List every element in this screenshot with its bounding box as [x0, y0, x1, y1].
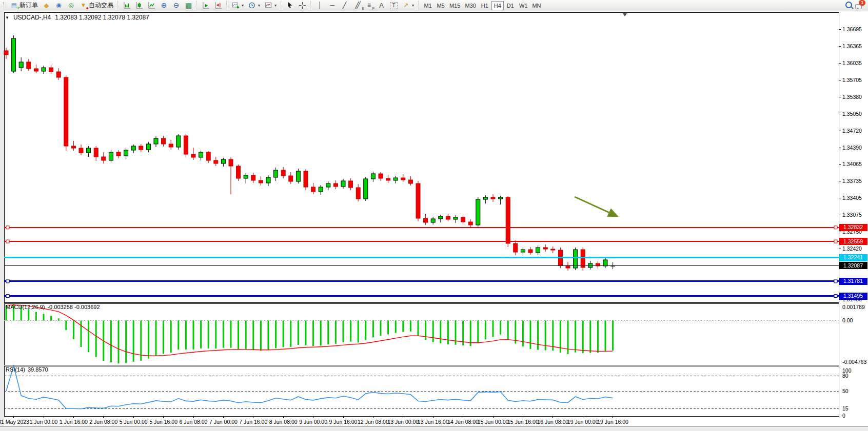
profile-button[interactable]: ◉	[53, 1, 65, 10]
profile-icon: ◉	[55, 2, 63, 9]
candle-body	[236, 166, 241, 178]
search-button[interactable]	[845, 2, 852, 10]
candle-body	[371, 174, 375, 179]
candle-body	[87, 148, 91, 153]
timeframe-m15-button[interactable]: M15	[447, 1, 462, 10]
line-handle[interactable]	[6, 226, 9, 229]
candle-body	[79, 148, 83, 153]
dropdown-caret-icon: ▾	[242, 3, 244, 8]
dropdown-caret-icon: ▾	[412, 3, 414, 8]
auto-scroll-icon	[202, 2, 210, 9]
candle-body	[424, 218, 428, 222]
zoom-out-button[interactable]: ⊖	[170, 1, 182, 10]
chart-bars-button[interactable]	[121, 1, 133, 10]
signals-button[interactable]: ◎	[65, 1, 77, 10]
price-badge-label: 1.31495	[843, 293, 863, 299]
zoom-out-icon: ⊖	[172, 2, 180, 9]
autotrading-button[interactable]: ▼● 自动交易	[77, 1, 115, 10]
chat-button[interactable]: 1	[855, 2, 864, 10]
text-label-button[interactable]: T	[388, 1, 400, 10]
new-chart-button[interactable]: ▾	[230, 1, 246, 10]
arrows-button[interactable]: ↗ ▾	[400, 1, 416, 10]
vertical-line-button[interactable]: │	[314, 1, 326, 10]
candle-body	[506, 197, 510, 243]
new-order-icon: ▤+	[10, 2, 18, 9]
line-chart-icon	[148, 2, 155, 9]
trendline-button[interactable]: ╱	[339, 1, 350, 10]
rsi-name: RSI(14)	[6, 366, 25, 373]
chart-canvas[interactable]: 1.366951.363651.360351.357051.353801.350…	[0, 11, 868, 431]
line-handle[interactable]	[6, 240, 9, 243]
line-handle[interactable]	[6, 295, 9, 298]
timeframe-m30-button[interactable]: M30	[463, 1, 478, 10]
candle-body	[408, 180, 412, 183]
indicators-template-button[interactable]: ▾	[263, 1, 279, 10]
periods-button[interactable]: ▾	[246, 1, 262, 10]
new-order-button[interactable]: ▤+ 新订单	[8, 1, 40, 10]
candle-body	[176, 136, 181, 147]
candle-body	[154, 138, 158, 144]
price-tick-label: 1.35380	[842, 94, 862, 100]
toolbar-grip[interactable]	[3, 2, 6, 9]
candle	[236, 165, 241, 181]
timeframe-mn-button[interactable]: MN	[530, 1, 543, 10]
horizontal-line-button[interactable]: ─	[326, 1, 338, 10]
line-handle[interactable]	[6, 280, 9, 283]
timeframe-h1-button[interactable]: H1	[479, 1, 491, 10]
notification-badge: 1	[859, 0, 865, 6]
fibonacci-button[interactable]: ≡F	[363, 1, 375, 10]
candle-body	[401, 178, 405, 180]
trendline-icon: ╱	[341, 2, 348, 9]
time-tick-label: 19 Jun 00:00	[567, 419, 599, 425]
timeframe-w1-button[interactable]: W1	[517, 1, 530, 10]
time-tick-label: 19 Jun 16:00	[597, 419, 628, 425]
tile-windows-button[interactable]: ▦	[183, 1, 194, 10]
chart-shift-button[interactable]	[212, 1, 224, 10]
time-tick-label: 6 Jun 08:00	[180, 419, 208, 425]
zoom-in-button[interactable]: ⊕	[158, 1, 170, 10]
candle-body	[386, 178, 390, 180]
candle-body	[4, 51, 8, 55]
macd-label: MACD(12,26,9) -0.003258 -0.003692	[6, 304, 100, 310]
candle-body	[289, 176, 293, 181]
candle-body	[296, 171, 300, 181]
timeframe-m1-button[interactable]: M1	[422, 1, 434, 10]
timeframe-d1-button[interactable]: D1	[504, 1, 517, 10]
timeframe-m5-button[interactable]: M5	[435, 1, 447, 10]
candle-body	[333, 183, 338, 187]
candle-body	[581, 250, 585, 268]
market-watch-button[interactable]: ◆	[41, 1, 52, 10]
candle-body	[281, 170, 285, 176]
rsi-value: 39.8570	[28, 366, 48, 373]
chart-menu-icon[interactable]: ▼	[5, 15, 9, 20]
toolbar-separator	[310, 2, 312, 9]
line-handle[interactable]	[834, 226, 837, 229]
main-pane	[4, 12, 839, 302]
line-handle[interactable]	[834, 295, 837, 298]
price-tick-label: 1.33735	[842, 178, 862, 184]
chart-candles-button[interactable]	[133, 1, 145, 10]
time-tick-label: 13 Jun 16:00	[418, 419, 449, 425]
crosshair-button[interactable]	[297, 1, 308, 10]
candle-body	[453, 217, 458, 219]
auto-scroll-button[interactable]	[200, 1, 212, 10]
line-handle[interactable]	[834, 280, 837, 283]
text-button[interactable]: A	[376, 1, 387, 10]
chart-line-button[interactable]	[146, 1, 157, 10]
macd-axis-label: 0.001789	[842, 304, 865, 310]
time-tick-label: 15 Jun 00:00	[478, 419, 509, 425]
candle-body	[42, 68, 46, 71]
vertical-line-icon: │	[316, 2, 324, 9]
candle-body	[12, 38, 16, 71]
autotrading-icon: ▼●	[80, 2, 87, 9]
candle-body	[131, 146, 135, 150]
candle-body	[574, 250, 578, 268]
cursor-button[interactable]	[284, 1, 296, 10]
price-tick-label: 1.35050	[842, 111, 862, 117]
timeframe-h4-button[interactable]: H4	[491, 1, 504, 10]
toolbar-separator	[418, 2, 420, 9]
channel-button[interactable]: ╱╱E	[351, 1, 363, 10]
cursor-icon	[286, 2, 294, 9]
line-handle[interactable]	[834, 240, 837, 243]
time-tick-label: 31 May 2023	[0, 419, 29, 425]
